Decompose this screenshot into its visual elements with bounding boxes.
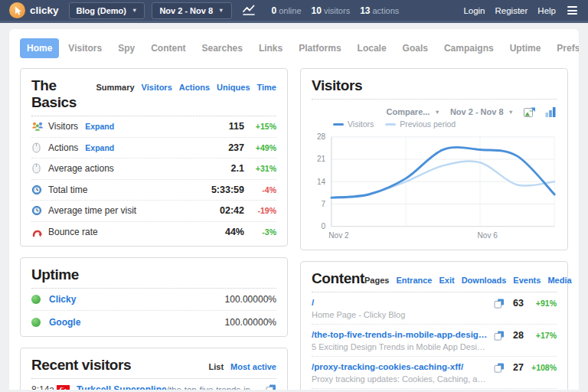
metric-label: Total time xyxy=(48,185,87,195)
metric-row-average-actions: Average actions 2.1 +31% xyxy=(31,158,276,180)
visitors-stat: 10visitors xyxy=(312,5,351,16)
recent-tab-list[interactable]: List xyxy=(209,362,224,371)
export-image-icon[interactable] xyxy=(524,107,535,117)
content-tab-pages[interactable]: Pages xyxy=(364,276,389,285)
pages-icon[interactable] xyxy=(494,299,505,309)
metric-change: -3% xyxy=(244,227,276,237)
visitors-chart-svg: 07142128Nov 2Nov 6 xyxy=(312,130,558,243)
status-up-icon xyxy=(31,318,41,327)
uptime-link-clicky[interactable]: Clicky xyxy=(49,294,76,305)
chart-date-dropdown[interactable]: Nov 2 - Nov 8 ▼ xyxy=(450,107,514,116)
page-count: 63 xyxy=(510,298,524,309)
uptime-title: Uptime xyxy=(31,266,79,283)
svg-text:28: 28 xyxy=(317,132,326,141)
site-selector-dropdown[interactable]: Blog (Demo) ▼ xyxy=(69,2,145,19)
content-panel: Content Pages Entrance Exit Downloads Ev… xyxy=(300,261,568,390)
tab-home[interactable]: Home xyxy=(20,38,59,58)
page-description: Proxy tracking updates: Cookies, Caching… xyxy=(312,374,488,384)
content-tab-exit[interactable]: Exit xyxy=(439,276,454,285)
content-row: /cookie-free-privacy-friendly-tracking-w… xyxy=(312,389,557,390)
chart-date-label: Nov 2 - Nov 8 xyxy=(450,107,504,116)
clicky-cursor-icon xyxy=(9,2,25,18)
compare-dropdown[interactable]: Compare... ▼ xyxy=(387,107,440,116)
page-count: 28 xyxy=(510,330,524,341)
page-path-link[interactable]: /proxy-tracking-cookies-caching-xff/ xyxy=(312,362,488,371)
tab-goals[interactable]: Goals xyxy=(396,38,435,58)
uptime-row-clicky: Clicky 100.00000% xyxy=(31,289,276,311)
trend-chart-icon[interactable] xyxy=(239,2,259,18)
visitor-org-link[interactable]: Turkcell Superonline xyxy=(77,384,167,390)
recent-visitors-panel: Recent visitors List Most active 8:14a xyxy=(20,348,288,390)
metric-row-total-time: Total time 5:33:59 -4% xyxy=(31,180,276,201)
uptime-value: 100.00000% xyxy=(225,317,276,328)
legend-label: Visitors xyxy=(348,119,374,129)
visitor-row: 8:14a Turkcell Superonline /the-top-five… xyxy=(31,379,276,390)
page-path-link[interactable]: /the-top-five-trends-in-mobile-app-desig… xyxy=(312,330,488,339)
uptime-link-google[interactable]: Google xyxy=(49,317,80,328)
tab-prefs[interactable]: Prefs xyxy=(550,38,579,58)
actions-stat: 13actions xyxy=(360,5,399,16)
header-links: Login Register Help xyxy=(463,5,579,16)
tab-visitors[interactable]: Visitors xyxy=(61,38,109,58)
basics-tab-uniques[interactable]: Uniques xyxy=(217,83,250,92)
tab-content[interactable]: Content xyxy=(144,38,192,58)
tab-searches[interactable]: Searches xyxy=(195,38,250,58)
clicky-logo[interactable]: clicky xyxy=(9,2,59,18)
expand-actions-link[interactable]: Expand xyxy=(85,143,114,152)
content-tab-media[interactable]: Media xyxy=(547,276,571,285)
metric-row-average-time: Average time per visit 02:42 -19% xyxy=(31,201,276,222)
tab-locale[interactable]: Locale xyxy=(351,38,394,58)
content-title: Content xyxy=(312,270,364,287)
basics-title: The Basics xyxy=(31,77,96,111)
date-range-dropdown[interactable]: Nov 2 - Nov 8 ▼ xyxy=(152,2,231,19)
help-link[interactable]: Help xyxy=(537,6,556,15)
content-tab-entrance[interactable]: Entrance xyxy=(396,276,432,285)
metric-change: -19% xyxy=(244,206,276,215)
date-range-label: Nov 2 - Nov 8 xyxy=(159,6,213,15)
tab-platforms[interactable]: Platforms xyxy=(292,38,348,58)
metric-change: +31% xyxy=(244,164,276,173)
bar-chart-icon[interactable] xyxy=(545,106,557,117)
mouse-icon xyxy=(31,163,48,174)
metric-change: -4% xyxy=(244,185,276,194)
tab-spy[interactable]: Spy xyxy=(111,38,142,58)
svg-text:7: 7 xyxy=(322,200,326,208)
header-stats: 0online 10visitors 13actions xyxy=(272,5,400,16)
tab-links[interactable]: Links xyxy=(252,38,289,58)
logo-text: clicky xyxy=(30,5,59,16)
content-tab-events[interactable]: Events xyxy=(513,276,541,285)
pages-icon[interactable] xyxy=(494,363,505,373)
compare-label: Compare... xyxy=(387,107,430,116)
metric-label: Actions xyxy=(48,142,78,153)
content-tab-downloads[interactable]: Downloads xyxy=(462,276,507,285)
visited-page-link[interactable]: /the-top-five-trends-in-mob... xyxy=(167,385,260,390)
login-link[interactable]: Login xyxy=(463,6,485,15)
tab-campaigns[interactable]: Campaigns xyxy=(437,38,501,58)
register-link[interactable]: Register xyxy=(495,6,528,15)
expand-visitors-link[interactable]: Expand xyxy=(85,122,114,131)
svg-text:14: 14 xyxy=(317,178,326,186)
basics-tab-time[interactable]: Time xyxy=(257,83,276,92)
chevron-down-icon: ▼ xyxy=(508,109,514,116)
basics-tab-summary[interactable]: Summary xyxy=(96,83,134,92)
clock-icon xyxy=(31,185,48,195)
metric-label: Bounce rate xyxy=(48,227,98,237)
top-bar: clicky Blog (Demo) ▼ Nov 2 - Nov 8 ▼ 0on… xyxy=(0,0,588,23)
basics-tab-visitors[interactable]: Visitors xyxy=(142,83,172,92)
legend-label: Previous period xyxy=(400,119,456,129)
page-description: Home Page - Clicky Blog xyxy=(312,310,488,319)
clock-icon xyxy=(31,205,48,216)
visitors-chart-panel: Visitors Compare... ▼ Nov 2 - Nov 8 ▼ xyxy=(300,68,568,250)
pages-icon[interactable] xyxy=(494,331,505,341)
recent-tab-most-active[interactable]: Most active xyxy=(230,362,276,371)
chevron-down-icon: ▼ xyxy=(218,7,224,14)
status-up-icon xyxy=(31,295,41,304)
page-path-link[interactable]: / xyxy=(312,298,488,307)
pages-icon[interactable] xyxy=(266,384,276,390)
metric-label: Average actions xyxy=(48,163,114,174)
tab-uptime[interactable]: Uptime xyxy=(503,38,548,58)
hamburger-menu-icon[interactable] xyxy=(566,5,579,16)
page-description: 5 Exciting Design Trends in Mobile App D… xyxy=(312,342,488,351)
bounce-arrow-icon xyxy=(31,227,48,237)
basics-tab-actions[interactable]: Actions xyxy=(179,83,210,92)
